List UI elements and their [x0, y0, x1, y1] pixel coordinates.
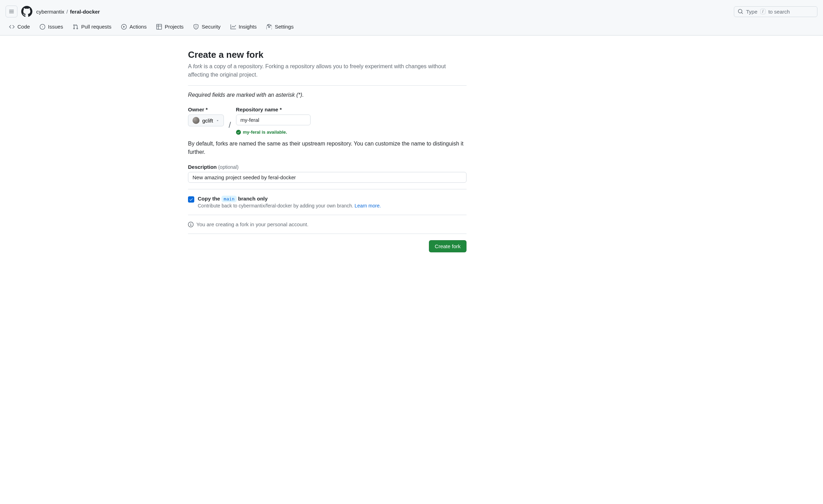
create-fork-button[interactable]: Create fork	[429, 240, 467, 252]
graph-icon	[230, 24, 236, 30]
repo-name-label: Repository name *	[236, 107, 311, 112]
tab-code[interactable]: Code	[6, 20, 33, 35]
main-branch-chip: main	[221, 196, 236, 202]
page-lead: A fork is a copy of a repository. Forkin…	[188, 62, 467, 79]
name-helper: By default, forks are named the same as …	[188, 140, 467, 156]
slash-separator: /	[229, 112, 231, 130]
issue-icon	[40, 24, 45, 30]
tab-actions[interactable]: Actions	[118, 20, 150, 35]
page-title: Create a new fork	[188, 49, 467, 60]
tab-security-label: Security	[202, 24, 220, 30]
breadcrumb: cybermantix / feral-docker	[36, 9, 100, 15]
owner-value: gclift	[202, 118, 213, 124]
search-input[interactable]: Type / to search	[734, 6, 817, 17]
search-suffix: to search	[768, 9, 790, 15]
tab-issues-label: Issues	[48, 24, 63, 30]
required-note: Required fields are marked with an aster…	[188, 92, 467, 98]
info-text: You are creating a fork in your personal…	[196, 221, 308, 227]
gear-icon	[266, 24, 272, 30]
check-circle-icon	[236, 130, 241, 135]
table-icon	[156, 24, 162, 30]
owner-label: Owner *	[188, 107, 224, 112]
copy-main-checkbox[interactable]	[188, 196, 194, 203]
tab-insights-label: Insights	[239, 24, 257, 30]
tab-projects-label: Projects	[165, 24, 183, 30]
tab-projects[interactable]: Projects	[153, 20, 187, 35]
copy-main-label: Copy the main branch only	[198, 196, 381, 202]
code-icon	[9, 24, 15, 30]
tab-insights[interactable]: Insights	[227, 20, 260, 35]
breadcrumb-owner[interactable]: cybermantix	[36, 9, 64, 15]
breadcrumb-separator: /	[66, 9, 68, 15]
tab-settings[interactable]: Settings	[263, 20, 297, 35]
play-icon	[121, 24, 127, 30]
search-icon	[738, 9, 743, 14]
shield-icon	[193, 24, 199, 30]
tab-settings-label: Settings	[275, 24, 293, 30]
info-icon	[188, 222, 194, 227]
description-input[interactable]	[188, 172, 467, 183]
hamburger-icon	[9, 9, 14, 14]
tab-pull-requests[interactable]: Pull requests	[69, 20, 115, 35]
tab-issues[interactable]: Issues	[36, 20, 66, 35]
search-kbd: /	[760, 9, 766, 14]
breadcrumb-repo[interactable]: feral-docker	[70, 9, 100, 15]
repo-name-input[interactable]	[236, 115, 311, 125]
info-note: You are creating a fork in your personal…	[188, 221, 467, 227]
github-logo[interactable]	[21, 6, 33, 17]
caret-down-icon	[216, 119, 219, 122]
availability-status: my-feral is available.	[236, 129, 311, 135]
search-prefix: Type	[746, 9, 758, 15]
hamburger-button[interactable]	[6, 6, 17, 17]
tab-code-label: Code	[17, 24, 30, 30]
github-logo-icon	[21, 6, 32, 17]
availability-text: my-feral is available.	[243, 129, 287, 135]
repo-nav: Code Issues Pull requests Actions Projec…	[0, 20, 823, 35]
tab-security[interactable]: Security	[190, 20, 224, 35]
contribute-note: Contribute back to cybermantix/feral-doc…	[198, 203, 381, 208]
check-icon	[189, 197, 193, 202]
tab-actions-label: Actions	[130, 24, 147, 30]
learn-more-link[interactable]: Learn more.	[355, 203, 381, 208]
git-pull-request-icon	[73, 24, 78, 30]
owner-select[interactable]: gclift	[188, 115, 224, 126]
tab-pulls-label: Pull requests	[81, 24, 111, 30]
avatar	[193, 117, 199, 124]
description-label: Description (optional)	[188, 164, 467, 170]
